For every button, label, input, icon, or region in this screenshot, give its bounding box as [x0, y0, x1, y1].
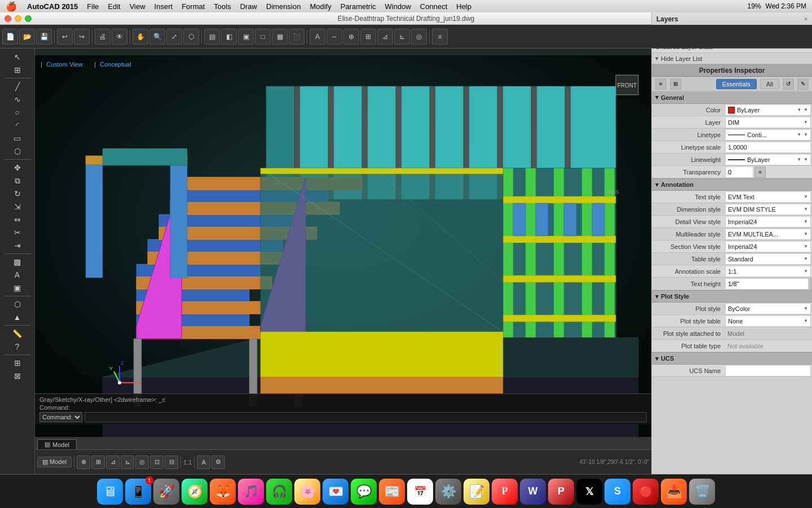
linetype-scale-input[interactable] — [725, 142, 811, 153]
toolbar-ortho[interactable]: ⊿ — [377, 29, 393, 45]
dock-calendar[interactable]: 📅 — [407, 479, 433, 505]
tool-mirror[interactable]: ⇔ — [4, 213, 31, 226]
layer-dropdown[interactable]: DIM — [725, 117, 811, 128]
snap-btn[interactable]: ⊕ — [77, 456, 90, 469]
command-selector[interactable]: Command: — [39, 412, 82, 422]
help-menu[interactable]: Help — [456, 2, 471, 11]
annotation-section-header[interactable]: ▾ Annotation — [652, 178, 812, 191]
toolbar-plot[interactable]: 🖨 — [95, 29, 111, 45]
dock-photos[interactable]: 🌸 — [294, 479, 320, 505]
dock-skype[interactable]: S — [604, 479, 630, 505]
tool-copy[interactable]: ⧉ — [4, 174, 31, 187]
props-icon-view-btn[interactable]: ⊞ — [670, 78, 681, 90]
tool-nav-bottom1[interactable]: ⊞ — [4, 357, 31, 369]
text-style-dropdown[interactable]: EVM Text — [725, 191, 811, 203]
toolbar-text[interactable]: A — [310, 29, 325, 45]
toolbar-snap[interactable]: ⊕ — [343, 29, 359, 45]
dock-word[interactable]: W — [520, 479, 546, 505]
toolbar-layer[interactable]: ▤ — [204, 29, 220, 45]
tool-text[interactable]: A — [4, 269, 31, 281]
dock-messages[interactable]: 💬 — [351, 479, 377, 505]
dock-mail[interactable]: 💌 — [323, 479, 348, 505]
polar-btn[interactable]: ⊾ — [121, 456, 134, 469]
props-list-view-btn[interactable]: ≡ — [655, 78, 667, 90]
edit-menu[interactable]: Edit — [108, 2, 120, 11]
plot-style-section-header[interactable]: ▾ Plot Style — [652, 290, 812, 303]
maximize-button[interactable] — [25, 15, 32, 22]
dock-feeds[interactable]: 📰 — [379, 479, 405, 505]
grid-btn[interactable]: ⊞ — [91, 456, 105, 469]
props-refresh-btn[interactable]: ↺ — [783, 78, 794, 90]
toolbar-redo[interactable]: ↪ — [74, 29, 90, 45]
tool-arc[interactable]: ◜ — [4, 119, 31, 132]
insert-menu[interactable]: Insert — [155, 2, 173, 11]
text-height-input[interactable] — [725, 278, 809, 290]
workspace-selector[interactable]: ▤ Model — [37, 457, 72, 467]
tool-trim[interactable]: ✂ — [4, 226, 31, 239]
toolbar-undo[interactable]: ↩ — [57, 29, 73, 45]
tool-select[interactable]: ↖ — [4, 51, 31, 63]
toolbar-zoom[interactable]: 🔍 — [149, 29, 165, 45]
tool-extrude[interactable]: ▲ — [4, 311, 31, 323]
format-menu[interactable]: Format — [182, 2, 205, 11]
tool-rect[interactable]: ▭ — [4, 132, 31, 144]
toolbar-match[interactable]: ≡ — [432, 29, 448, 45]
close-button[interactable] — [5, 15, 11, 22]
dock-spotify[interactable]: 🎧 — [266, 479, 292, 505]
text-height-btn[interactable]: … — [810, 278, 812, 290]
tool-scale[interactable]: ⇲ — [4, 200, 31, 213]
tool-measure[interactable]: 📏 — [4, 327, 31, 340]
dock-music[interactable]: 🎵 — [238, 479, 264, 505]
dock-prefs[interactable]: ⚙️ — [435, 479, 461, 505]
toolbar-props[interactable]: ⬛ — [289, 29, 304, 45]
dock-transmission[interactable]: 📥 — [661, 479, 687, 505]
parametric-menu[interactable]: Parametric — [341, 2, 376, 11]
file-menu[interactable]: File — [87, 2, 99, 11]
tool-circle[interactable]: ○ — [4, 106, 31, 119]
osnap-btn[interactable]: ◎ — [135, 456, 149, 469]
toolbar-open[interactable]: 📂 — [19, 29, 35, 45]
tool-pline[interactable]: ∿ — [4, 93, 31, 106]
toolbar-3d[interactable]: ⬡ — [183, 29, 199, 45]
apple-menu[interactable]: 🍎 — [6, 1, 17, 12]
dock-autocad[interactable]: 🔴 — [633, 479, 659, 505]
dimension-style-dropdown[interactable]: EVM DIM STYLE — [725, 204, 811, 215]
transparency-input[interactable] — [725, 167, 753, 178]
dock-keynote[interactable]: P — [548, 479, 574, 505]
toolbar-layer3[interactable]: ▣ — [238, 29, 254, 45]
dimension-menu[interactable]: Dimension — [266, 2, 301, 11]
toolbar-zoom-extents[interactable]: ⤢ — [166, 29, 182, 45]
tool-rotate[interactable]: ↻ — [4, 187, 31, 200]
tool-move[interactable]: ✥ — [4, 161, 31, 174]
tool-extend[interactable]: ⇥ — [4, 239, 31, 252]
otrack-btn[interactable]: ⊡ — [150, 456, 164, 469]
dock-notes[interactable]: 📝 — [464, 479, 489, 505]
transparency-toggle[interactable]: ≡ — [754, 167, 766, 178]
dock-appstore[interactable]: 📱 1 — [125, 479, 151, 505]
dock-pages[interactable]: P — [492, 479, 518, 505]
tool-line[interactable]: ╱ — [4, 80, 31, 93]
toolbar-osnap[interactable]: ◎ — [411, 29, 427, 45]
section-view-style-dropdown[interactable]: Imperial24 — [725, 241, 811, 252]
dock-finder[interactable]: 🖥 — [97, 479, 123, 505]
ws-btn[interactable]: ⚙ — [211, 456, 225, 469]
props-tab-all[interactable]: All — [760, 79, 779, 89]
toolbar-save[interactable]: 💾 — [36, 29, 52, 45]
connect-menu[interactable]: Connect — [420, 2, 447, 11]
dynin-btn[interactable]: ⊟ — [165, 456, 178, 469]
tool-hatch[interactable]: ▩ — [4, 256, 31, 268]
ucs-name-input[interactable] — [725, 365, 811, 376]
color-dropdown[interactable]: ByLayer ▼ — [725, 104, 811, 116]
hide-layer-list-btn[interactable]: ▾ Hide Layer List — [652, 53, 812, 64]
toolbar-grid[interactable]: ⊞ — [360, 29, 376, 45]
ortho-btn[interactable]: ⊿ — [106, 456, 120, 469]
view-menu[interactable]: View — [130, 2, 145, 11]
tool-block[interactable]: ▣ — [4, 282, 31, 294]
props-edit-btn[interactable]: ✎ — [797, 78, 809, 90]
plot-style-table-dropdown[interactable]: None — [725, 316, 811, 327]
window-menu[interactable]: Window — [385, 2, 411, 11]
annotation-scale-dropdown[interactable]: 1:1 — [725, 266, 811, 277]
tool-nav-bottom2[interactable]: ⊠ — [4, 370, 31, 382]
app-menu[interactable]: AutoCAD 2015 — [27, 2, 78, 11]
viewport[interactable]: | Custom View | Conceptual X Y Z FRONT W… — [35, 49, 651, 474]
